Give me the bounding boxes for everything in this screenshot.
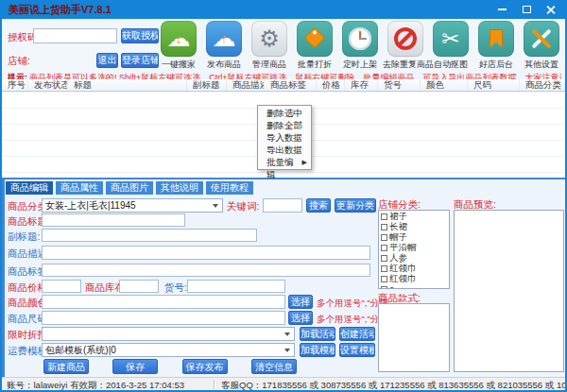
stock-input[interactable] xyxy=(119,280,159,293)
cloud-download-icon: ☁↓ xyxy=(161,21,197,57)
table-column-header[interactable]: 颜色 xyxy=(421,79,468,91)
toolbar-item-shop-admin[interactable]: 好店后台 xyxy=(473,21,519,71)
sku-label: 货号: xyxy=(164,281,187,295)
titlebar[interactable]: 美丽说上货助手V7.8.1 xyxy=(0,0,567,19)
status-bar: 账号：lalaweiyi 有效期：2016-3-25 17:04:53 客服QQ… xyxy=(2,377,565,390)
menu-item-import-data[interactable]: 导入数据 xyxy=(258,131,311,144)
product-title-input[interactable] xyxy=(42,213,185,227)
set-template-button[interactable]: 设置模板 xyxy=(339,343,375,357)
toolbar-item-schedule[interactable]: 定时上架 xyxy=(337,21,383,71)
bookmark-icon xyxy=(478,21,514,57)
keyword-input[interactable] xyxy=(263,198,302,213)
tag-icon xyxy=(297,21,333,57)
logout-button[interactable]: 退出 xyxy=(96,53,118,68)
table-column-header[interactable]: 序号 xyxy=(2,79,28,91)
choose-color-button[interactable]: 选择 xyxy=(288,295,313,309)
table-column-header[interactable]: 尺码 xyxy=(468,79,520,91)
tab-product-images[interactable]: 商品图片 xyxy=(106,181,153,195)
scissors-icon: ✂ xyxy=(433,21,469,57)
checkbox-icon[interactable] xyxy=(381,224,387,230)
chevron-down-icon xyxy=(284,332,290,336)
tab-tutorial[interactable]: 使用教程 xyxy=(206,181,253,195)
new-product-button[interactable]: 新建商品 xyxy=(43,359,89,374)
status-divider xyxy=(214,380,215,389)
clear-info-button[interactable]: 清空信息 xyxy=(251,359,297,374)
checkbox-icon[interactable] xyxy=(381,276,387,282)
shipping-template-select[interactable]: 包邮模板(系统)|0 xyxy=(42,343,295,357)
gear-icon: ⚙ xyxy=(251,21,287,57)
table-column-header[interactable]: 发布状态 xyxy=(28,79,68,91)
close-icon[interactable] xyxy=(544,3,558,16)
checkbox-icon[interactable] xyxy=(381,245,387,251)
price-input[interactable] xyxy=(42,280,81,293)
tab-product-edit[interactable]: 商品编辑 xyxy=(6,181,53,195)
toolbar: ☁↓ 一键搬家 ☁↑ 发布商品 ⚙ 管理商品 批量打折 定时上架 去除重复商品 … xyxy=(156,21,565,71)
shop-category-item[interactable]: 红领巾 xyxy=(381,274,447,284)
choose-size-button[interactable]: 选择 xyxy=(288,311,313,325)
get-auth-button[interactable]: 获取授权 xyxy=(121,28,159,43)
style-box xyxy=(378,303,450,372)
table-column-header[interactable]: 商品描述 xyxy=(227,79,265,91)
toolbar-item-publish[interactable]: ☁↑ 发布商品 xyxy=(201,21,247,71)
maximize-icon[interactable] xyxy=(520,3,533,16)
checkbox-icon[interactable] xyxy=(381,265,387,272)
chevron-down-icon xyxy=(284,349,290,352)
toolbar-item-manage[interactable]: ⚙ 管理商品 xyxy=(247,21,292,71)
clock-icon xyxy=(342,21,378,57)
table-header: 序号 发布状态 标题 副标题 商品描述 商品标签 价格 库存 货号 颜色 尺码 … xyxy=(2,79,565,92)
tag-input[interactable] xyxy=(42,264,370,277)
checkbox-icon[interactable] xyxy=(381,213,387,220)
save-button[interactable]: 保存 xyxy=(112,359,158,374)
subtitle-label: 副标题: xyxy=(8,230,40,244)
form-actions: 新建商品 保存 保存发布 清空信息 xyxy=(43,359,297,374)
tools-icon xyxy=(524,21,559,57)
load-template-button[interactable]: 加载模板 xyxy=(300,343,335,357)
tab-other-notes[interactable]: 其他说明 xyxy=(156,181,203,195)
tab-product-attrs[interactable]: 商品属性 xyxy=(56,181,103,195)
checkbox-icon[interactable] xyxy=(381,286,387,289)
color-input[interactable] xyxy=(42,295,285,309)
preview-box xyxy=(454,210,564,372)
chevron-down-icon xyxy=(213,204,218,208)
toolbar-item-discount[interactable]: 批量打折 xyxy=(292,21,337,71)
category-select[interactable]: 女装-上衣|毛衣|11945 xyxy=(42,198,223,213)
account-status: 账号：lalaweiyi 有效期：2016-3-25 17:04:53 xyxy=(7,380,184,392)
toolbar-item-cutout[interactable]: ✂ 自动抠图 xyxy=(428,21,473,71)
create-activity-button[interactable]: 创建活动 xyxy=(339,327,375,341)
toolbar-item-move-shop[interactable]: ☁↓ 一键搬家 xyxy=(156,21,201,71)
search-button[interactable]: 搜索 xyxy=(306,198,331,213)
table-column-header[interactable]: 标题 xyxy=(68,79,187,91)
minimize-icon[interactable] xyxy=(495,3,508,16)
load-activity-button[interactable]: 加载活动 xyxy=(300,327,335,341)
auth-code-input[interactable] xyxy=(33,28,117,43)
table-column-header[interactable]: 商品分类 xyxy=(520,79,565,91)
table-column-header[interactable]: 货号 xyxy=(378,79,421,91)
table-column-header[interactable]: 副标题 xyxy=(187,79,227,91)
sku-input[interactable] xyxy=(187,280,285,293)
update-category-button[interactable]: 更新分类 xyxy=(335,198,376,213)
submenu-arrow-icon: ▶ xyxy=(302,156,307,168)
discount-select[interactable] xyxy=(42,327,295,341)
support-qq: 客服QQ：171835556 或 308735556 或 171235556 或… xyxy=(221,380,567,392)
menu-item-delete-all[interactable]: 删除全部 xyxy=(258,119,311,131)
cloud-upload-icon: ☁↑ xyxy=(206,21,242,57)
table-column-header[interactable]: 库存 xyxy=(345,79,378,91)
size-input[interactable] xyxy=(42,311,285,325)
table-column-header[interactable]: 商品标签 xyxy=(265,79,317,91)
checkbox-icon[interactable] xyxy=(381,255,387,262)
shop-label: 店铺: xyxy=(8,55,30,68)
checkbox-icon[interactable] xyxy=(381,234,387,241)
save-publish-button[interactable]: 保存发布 xyxy=(182,359,228,374)
shop-category-listbox[interactable]: 裙子 长裙 帽子 平沿帽 人参 红领巾 红领巾 2 xyxy=(378,210,450,289)
table-column-header[interactable]: 价格 xyxy=(317,79,345,91)
login-shop-button[interactable]: 登录店铺 xyxy=(121,53,159,68)
menu-item-batch-edit[interactable]: 批量编辑▶ xyxy=(258,156,311,168)
toolbar-item-dedupe[interactable]: 去除重复商品 xyxy=(383,21,428,71)
menu-item-delete-selected[interactable]: 删除选中 xyxy=(258,107,311,119)
no-entry-icon xyxy=(387,21,423,57)
window-title: 美丽说上货助手V7.8.1 xyxy=(0,3,112,17)
menu-item-export-data[interactable]: 导出数据 xyxy=(258,144,311,156)
subtitle-input[interactable] xyxy=(42,229,257,242)
description-input[interactable] xyxy=(42,246,370,260)
toolbar-item-settings[interactable]: 其他设置 xyxy=(519,21,564,71)
